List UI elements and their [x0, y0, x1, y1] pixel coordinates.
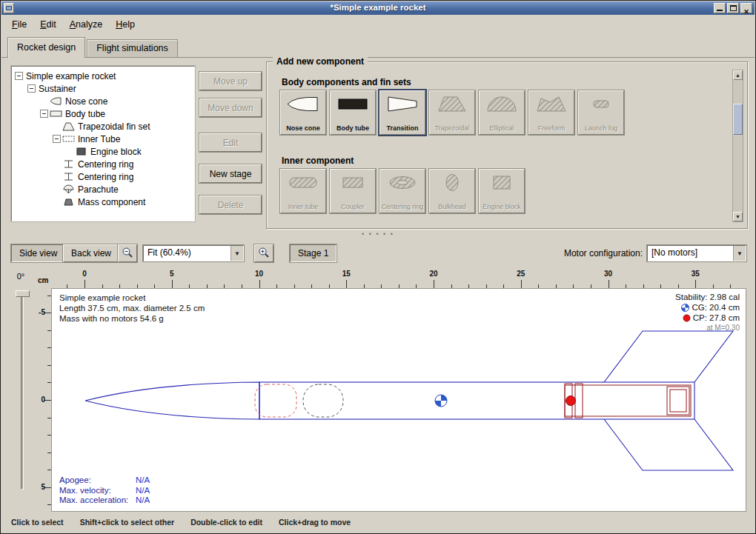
- nose-cone-outline[interactable]: [85, 382, 259, 419]
- tree-item-parachute[interactable]: Parachute: [12, 183, 194, 196]
- splitter-handle[interactable]: • • • • •: [1, 229, 755, 239]
- status-tip: Click+drag to move: [279, 518, 351, 527]
- engine-block-icon: [75, 147, 89, 156]
- rotation-slider[interactable]: [21, 293, 24, 490]
- centering-ring-icon: [385, 173, 420, 193]
- component-button-label: Nose cone: [282, 124, 325, 132]
- ruler-label: 5: [170, 270, 174, 278]
- tree-item-inner-tube[interactable]: Inner Tube: [12, 133, 194, 145]
- centering-ring-icon: [62, 159, 76, 169]
- design-canvas[interactable]: Simple example rocket Length 37.5 cm, ma…: [51, 288, 746, 512]
- rotation-slider-thumb[interactable]: [16, 290, 30, 297]
- tree-item-centering-ring[interactable]: Centering ring: [12, 170, 194, 183]
- scrollbar-thumb[interactable]: [733, 104, 743, 135]
- tree-item-label: Parachute: [76, 184, 119, 195]
- component-tree[interactable]: Simple example rocketSustainerNose coneB…: [11, 66, 195, 221]
- add-transition-button[interactable]: Transition: [379, 90, 425, 135]
- zoom-out-button[interactable]: [118, 244, 137, 262]
- tree-item-engine-block[interactable]: Engine block: [12, 145, 194, 158]
- tree-item-sustainer[interactable]: Sustainer: [12, 82, 194, 95]
- fin-lower-outline[interactable]: [604, 419, 733, 470]
- window-title: *Simple example rocket: [1, 3, 755, 12]
- centering-ring-outline[interactable]: [575, 384, 583, 418]
- add-body-tube-button[interactable]: Body tube: [330, 90, 376, 135]
- add-centering-ring-button: Centering ring: [379, 169, 425, 213]
- transition-icon: [385, 94, 420, 114]
- component-panel-scrollbar[interactable]: ▲ ▼: [732, 70, 743, 222]
- component-button-label: Launch lug: [580, 124, 623, 132]
- bulkhead-icon: [435, 173, 469, 193]
- menu-help[interactable]: Help: [110, 17, 141, 32]
- new-stage-button[interactable]: New stage: [199, 164, 262, 183]
- tab-rocket-design[interactable]: Rocket design: [7, 37, 85, 58]
- tree-collapse-icon[interactable]: [53, 135, 62, 143]
- tree-item-body-tube[interactable]: Body tube: [12, 107, 194, 120]
- scroll-down-icon[interactable]: ▼: [733, 212, 743, 221]
- tree-collapse-icon[interactable]: [27, 84, 37, 93]
- chevron-down-icon[interactable]: ▼: [231, 246, 243, 261]
- menu-analyze[interactable]: Analyze: [64, 17, 108, 32]
- view-toolbar: Side view Back view Fit (60.4%) ▼ Stage …: [5, 242, 752, 264]
- zoom-select[interactable]: Fit (60.4%) ▼: [143, 245, 244, 261]
- flight-stats: Apogee:N/AMax. velocity:N/AMax. accelera…: [59, 475, 150, 506]
- nose-cone-icon: [50, 96, 64, 106]
- body-tube-outline[interactable]: [259, 382, 694, 419]
- maximize-button[interactable]: [727, 3, 739, 13]
- ruler-tick: [346, 280, 347, 288]
- scroll-up-icon[interactable]: ▲: [733, 70, 743, 80]
- add-nose-cone-button[interactable]: Nose cone: [280, 90, 326, 135]
- tab-strip: Rocket designFlight simulations: [7, 37, 179, 58]
- tree-item-label: Simple example rocket: [24, 71, 116, 81]
- title-bar[interactable]: *Simple example rocket ✕: [1, 1, 755, 15]
- tree-item-label: Sustainer: [37, 84, 76, 94]
- horizontal-ruler: 05101520253035: [51, 269, 748, 288]
- flight-stat-row: Max. velocity:N/A: [59, 486, 150, 496]
- tree-item-nose-cone[interactable]: Nose cone: [12, 95, 194, 107]
- parachute-outline[interactable]: [255, 384, 296, 417]
- zoom-in-button[interactable]: [254, 244, 273, 262]
- ruler-tick: [695, 280, 696, 288]
- flight-stat-row: Max. acceleration:N/A: [59, 495, 150, 506]
- add-coupler-button: Coupler: [330, 169, 376, 213]
- minimize-icon: [717, 10, 723, 11]
- ruler-label: -5: [39, 308, 45, 316]
- add-elliptical-button: Elliptical: [479, 90, 525, 135]
- tree-collapse-icon[interactable]: [40, 110, 50, 118]
- mach-label: at M=0.30: [675, 323, 740, 333]
- component-button-label: Engine block: [480, 203, 523, 210]
- menu-file[interactable]: File: [6, 17, 33, 32]
- status-tip: Double-click to edit: [190, 518, 262, 527]
- back-view-button[interactable]: Back view: [63, 244, 119, 262]
- tree-item-trapezoidal-fin-set[interactable]: Trapezoidal fin set: [12, 120, 194, 133]
- status-bar: Click to selectShift+click to select oth…: [11, 518, 367, 527]
- motor-configuration-select[interactable]: [No motors] ▼: [647, 245, 746, 261]
- add-inner-tube-button: Inner tube: [280, 169, 326, 213]
- fin-upper-outline[interactable]: [604, 331, 733, 382]
- cg-marker: [435, 395, 447, 407]
- menu-edit[interactable]: Edit: [34, 17, 62, 32]
- tab-flight-simulations[interactable]: Flight simulations: [87, 39, 178, 57]
- chevron-down-icon[interactable]: ▼: [733, 246, 746, 261]
- close-button[interactable]: ✕: [740, 3, 752, 13]
- side-view-button[interactable]: Side view: [11, 244, 65, 262]
- mass-component-outline[interactable]: [303, 384, 343, 417]
- minimize-button[interactable]: [714, 3, 726, 13]
- tree-item-simple-example-rocket[interactable]: Simple example rocket: [12, 70, 194, 82]
- component-button-label: Inner tube: [282, 203, 325, 210]
- fin-set-icon: [62, 121, 76, 131]
- tree-item-label: Centering ring: [76, 159, 133, 170]
- ruler-tick: [84, 280, 85, 288]
- flight-stat-label: Max. velocity:: [59, 486, 136, 496]
- tree-item-label: Nose cone: [64, 96, 107, 107]
- flight-stat-label: Max. acceleration:: [59, 495, 136, 506]
- inner-components-title: Inner component: [282, 156, 354, 166]
- tree-item-centering-ring[interactable]: Centering ring: [12, 158, 194, 170]
- stage-1-toggle[interactable]: Stage 1: [290, 244, 336, 262]
- component-button-label: Transition: [381, 124, 424, 132]
- tree-collapse-icon[interactable]: [15, 72, 24, 80]
- ruler-label: 0: [41, 396, 45, 404]
- tree-item-label: Centering ring: [76, 172, 133, 182]
- ruler-label: 0: [82, 270, 87, 278]
- stability-info: Stability: 2.98 cal CG: 20.4 cm CP: 27.8…: [675, 292, 740, 333]
- tree-item-mass-component[interactable]: Mass component: [12, 196, 194, 208]
